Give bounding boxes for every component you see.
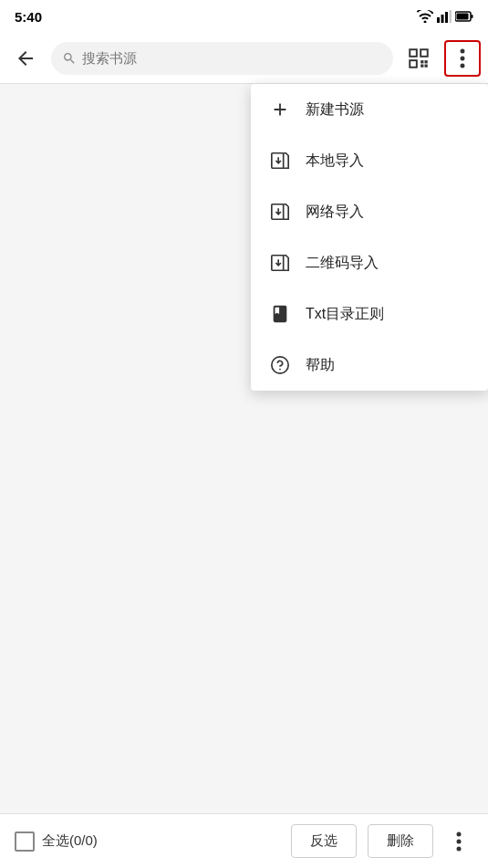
svg-rect-7 [410,49,417,57]
svg-rect-8 [421,49,428,57]
svg-point-15 [461,56,465,60]
svg-point-26 [457,846,462,851]
qr-grid-button[interactable] [400,40,437,77]
back-icon [15,47,36,69]
svg-rect-13 [425,64,428,67]
svg-rect-2 [445,12,448,23]
svg-rect-10 [421,60,423,63]
svg-point-16 [461,63,465,68]
menu-item-help-label: 帮助 [306,356,335,375]
delete-button[interactable]: 删除 [368,824,433,858]
menu-item-qr-import-label: 二维码导入 [306,254,379,273]
svg-point-25 [457,839,462,843]
more-dots-icon [460,48,465,68]
status-time: 5:40 [15,9,42,25]
bottom-more-icon [456,831,462,852]
bottom-more-button[interactable] [444,827,473,856]
bottom-bar: 全选(0/0) 反选 删除 [0,813,488,868]
menu-item-help[interactable]: 帮助 [251,340,488,391]
search-icon [62,51,77,66]
search-input[interactable] [82,50,382,66]
help-icon [269,354,291,376]
svg-rect-0 [437,17,440,23]
menu-item-local-import[interactable]: 本地导入 [251,135,488,186]
import-network-icon [269,201,291,223]
menu-item-network-import-label: 网络导入 [306,203,364,222]
grid-icon [407,47,431,70]
svg-point-20 [272,357,288,373]
reverse-select-button[interactable]: 反选 [291,824,357,858]
top-bar [0,33,488,84]
status-icons [417,10,473,23]
svg-rect-3 [450,10,452,23]
dropdown-menu: 新建书源 本地导入 网络导入 [251,84,488,391]
svg-rect-17 [272,153,284,169]
svg-point-14 [461,48,465,53]
menu-item-txt-rules-label: Txt目录正则 [306,305,384,324]
book-icon [269,303,291,325]
svg-rect-19 [272,256,284,271]
status-bar: 5:40 [0,0,488,33]
menu-item-network-import[interactable]: 网络导入 [251,186,488,237]
import-local-icon [269,150,291,172]
svg-rect-11 [425,60,428,63]
svg-point-24 [457,831,462,836]
menu-item-qr-import[interactable]: 二维码导入 [251,237,488,288]
menu-item-new-source[interactable]: 新建书源 [251,84,488,135]
qr-import-icon [269,252,291,274]
select-all-checkbox[interactable] [15,831,35,852]
select-all-container[interactable]: 全选(0/0) [15,831,98,852]
menu-item-txt-rules[interactable]: Txt目录正则 [251,288,488,340]
signal-icon [437,10,452,23]
svg-rect-18 [272,204,284,220]
select-all-label: 全选(0/0) [42,832,98,850]
main-content: 新建书源 本地导入 网络导入 [0,84,488,813]
menu-item-local-import-label: 本地导入 [306,152,364,171]
svg-point-21 [279,369,281,371]
svg-rect-12 [421,64,423,67]
svg-rect-6 [457,14,469,20]
more-options-button[interactable] [444,40,481,77]
menu-item-new-source-label: 新建书源 [306,100,364,120]
svg-rect-9 [410,60,417,68]
search-bar[interactable] [51,42,393,75]
svg-rect-5 [472,15,473,18]
back-button[interactable] [7,40,44,77]
svg-rect-1 [441,15,444,23]
plus-icon [269,99,291,120]
wifi-icon [417,10,433,23]
battery-icon [455,11,473,22]
